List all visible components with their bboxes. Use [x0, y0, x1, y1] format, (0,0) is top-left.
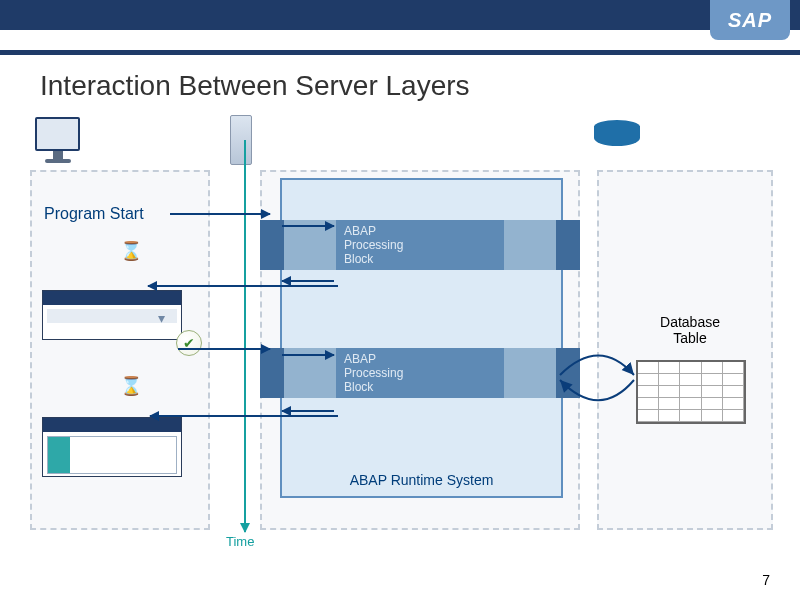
slide-title: Interaction Between Server Layers [40, 70, 470, 102]
block-label: Block [344, 380, 496, 394]
arrow-dispatch-in-2 [282, 354, 334, 356]
time-axis-label: Time [226, 534, 254, 549]
sap-logo: SAP [710, 0, 790, 40]
header-divider [0, 50, 800, 55]
database-layer-column [597, 170, 773, 530]
client-screen-two [42, 417, 182, 477]
block-label: ABAP [344, 224, 496, 238]
server-tower-icon [230, 115, 252, 165]
arrow-dispatch-out-2 [282, 410, 334, 412]
page-number: 7 [762, 572, 770, 588]
block-label: Processing [344, 366, 496, 380]
arrow-user-action [178, 348, 270, 350]
database-table-grid [636, 360, 746, 424]
arrow-dispatch-out-1 [282, 280, 334, 282]
header-bar [0, 0, 800, 30]
program-start-label: Program Start [44, 205, 144, 223]
arrow-dispatch-in-1 [282, 225, 334, 227]
arrow-return-2 [150, 415, 338, 417]
filter-icon: ▾ [158, 310, 165, 326]
time-axis [244, 140, 246, 532]
database-table-label: Database Table [640, 314, 740, 346]
arrow-return-1 [148, 285, 338, 287]
monitor-icon [35, 117, 80, 165]
go-action-icon: ✔ [176, 330, 202, 356]
block-label: Block [344, 252, 496, 266]
database-cylinder-icon [594, 120, 640, 150]
arrow-database-access [556, 355, 636, 405]
block-label: ABAP [344, 352, 496, 366]
abap-processing-block-1: ABAP Processing Block [260, 220, 580, 270]
abap-runtime-caption: ABAP Runtime System [282, 472, 561, 488]
hourglass-icon [120, 375, 134, 393]
block-label: Processing [344, 238, 496, 252]
arrow-program-start [170, 213, 270, 215]
hourglass-icon [120, 240, 134, 258]
